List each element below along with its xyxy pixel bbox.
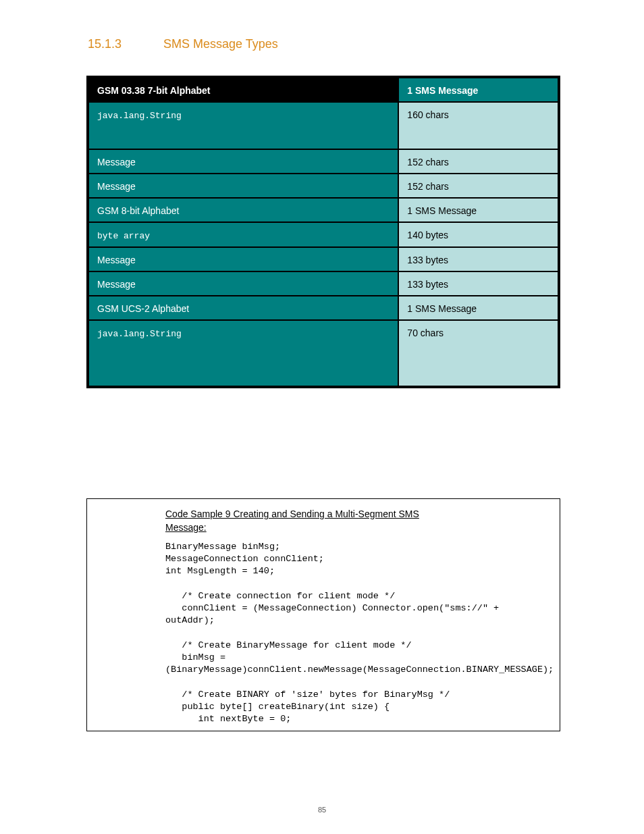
cell-left: Message bbox=[97, 157, 136, 167]
code-title: Code Sample 9 Creating and Sending a Mul… bbox=[165, 509, 546, 519]
table-row: GSM UCS-2 Alphabet 1 SMS Message bbox=[88, 296, 558, 320]
cell-left: GSM 8-bit Alphabet bbox=[97, 205, 179, 216]
cell-left: byte array bbox=[97, 231, 150, 241]
table-row: Message 133 bytes bbox=[88, 271, 558, 296]
table-row: GSM 8-bit Alphabet 1 SMS Message bbox=[88, 198, 558, 222]
table-row: Message 133 bytes bbox=[88, 247, 558, 271]
section-number: 15.1.3 bbox=[88, 37, 122, 51]
cell-right: 133 bytes bbox=[398, 271, 558, 296]
sms-table: GSM 03.38 7-bit Alphabet 1 SMS Message j… bbox=[86, 76, 560, 388]
page: 15.1.3 SMS Message Types GSM 03.38 7-bit… bbox=[0, 0, 644, 834]
cell-right: 152 chars bbox=[398, 174, 558, 198]
cell-right: 160 chars bbox=[398, 102, 558, 149]
cell-right: 1 SMS Message bbox=[398, 296, 558, 320]
table-header-row: GSM 03.38 7-bit Alphabet 1 SMS Message bbox=[88, 78, 558, 102]
table-header-left: GSM 03.38 7-bit Alphabet bbox=[88, 78, 398, 102]
cell-right: 133 bytes bbox=[398, 247, 558, 271]
cell-left: java.lang.String bbox=[97, 111, 182, 121]
table-row: java.lang.String 160 chars bbox=[88, 102, 558, 149]
page-number: 85 bbox=[318, 806, 326, 814]
cell-left: GSM UCS-2 Alphabet bbox=[97, 303, 189, 314]
cell-right: 140 bytes bbox=[398, 222, 558, 247]
table-row: java.lang.String 70 chars bbox=[88, 320, 558, 386]
table-row: Message 152 chars bbox=[88, 149, 558, 174]
cell-left: java.lang.String bbox=[97, 329, 182, 339]
code-subtitle: Message: bbox=[165, 522, 546, 533]
table-header-right: 1 SMS Message bbox=[398, 78, 558, 102]
cell-left: Message bbox=[97, 255, 136, 265]
code-sample-box: Code Sample 9 Creating and Sending a Mul… bbox=[86, 498, 560, 731]
cell-left: Message bbox=[97, 181, 136, 192]
cell-left: Message bbox=[97, 279, 136, 290]
table-row: Message 152 chars bbox=[88, 174, 558, 198]
code-body: BinaryMessage binMsg; MessageConnection … bbox=[165, 541, 546, 725]
cell-right: 70 chars bbox=[398, 320, 558, 386]
cell-right: 152 chars bbox=[398, 149, 558, 174]
table-row: byte array 140 bytes bbox=[88, 222, 558, 247]
cell-right: 1 SMS Message bbox=[398, 198, 558, 222]
section-title: SMS Message Types bbox=[163, 37, 278, 51]
